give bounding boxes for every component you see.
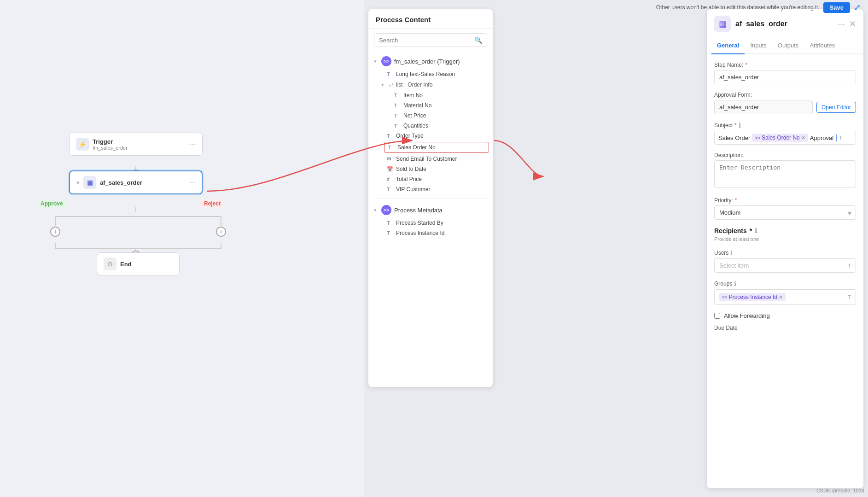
groups-field: Groups ℹ >> Process Instance Id ✕ T xyxy=(714,280,856,305)
type-T-icon: T xyxy=(394,113,401,118)
list-item[interactable]: 📅 Sold to Date xyxy=(368,164,493,174)
list-item[interactable]: T Net Price xyxy=(368,111,493,121)
divider xyxy=(374,198,487,199)
list-item[interactable]: T Long text-Sales Reason xyxy=(368,69,493,79)
allow-forwarding-checkbox[interactable] xyxy=(714,313,720,319)
tag-close-button[interactable]: ✕ xyxy=(801,135,805,141)
subject-info-icon[interactable]: ℹ xyxy=(739,122,741,129)
open-editor-button[interactable]: Open Editor xyxy=(816,102,856,113)
reject-label: Reject xyxy=(200,199,224,208)
right-panel: ▦ af_sales_order ··· ✕ General Inputs Ou… xyxy=(707,9,863,488)
type-email-icon: ✉ xyxy=(387,156,393,162)
search-icon: 🔍 xyxy=(474,36,482,44)
approval-form-field: Approval Form: af_sales_order Open Edito… xyxy=(714,92,856,114)
add-reject-step[interactable]: + xyxy=(216,227,226,237)
canvas-area: ⚡ Trigger fm_sales_order ··· + ▾ ▦ af_sa… xyxy=(0,0,364,497)
item-label: Order Type xyxy=(396,133,424,139)
tag-label: Sales Order No xyxy=(762,134,800,141)
subject-suffix: Approval xyxy=(810,134,833,141)
tab-general[interactable]: General xyxy=(711,37,745,54)
tab-inputs[interactable]: Inputs xyxy=(745,37,772,54)
subject-input-area[interactable]: Sales Order >> Sales Order No ✕ Approval… xyxy=(714,131,856,145)
trigger-node[interactable]: ⚡ Trigger fm_sales_order ··· xyxy=(69,133,203,156)
users-select[interactable]: Select item T xyxy=(714,258,856,273)
item-label: VIP Customer xyxy=(396,186,430,193)
trigger-node-subtitle: fm_sales_order xyxy=(93,145,128,151)
priority-select[interactable]: Low Medium High xyxy=(714,205,856,220)
recipients-subtitle: Provide at least one xyxy=(714,236,856,242)
tag-icon: >> xyxy=(755,135,760,140)
rp-menu-button[interactable]: ··· xyxy=(838,19,845,29)
groups-select[interactable]: >> Process Instance Id ✕ T xyxy=(714,289,856,305)
list-item[interactable]: T Material No xyxy=(368,100,493,111)
add-approve-step[interactable]: + xyxy=(50,227,60,237)
users-placeholder: Select item xyxy=(719,262,749,269)
item-label: Net Price xyxy=(403,112,426,119)
list-item[interactable]: T Process Started By xyxy=(368,218,493,228)
approval-chevron[interactable]: ▾ xyxy=(76,179,80,186)
search-input[interactable] xyxy=(379,37,472,44)
subject-required: * xyxy=(734,122,737,129)
users-label: Users ℹ xyxy=(714,249,856,257)
sales-order-no-item[interactable]: T Sales Order No xyxy=(384,142,489,153)
order-info-group[interactable]: ▾ ⇄ list - Order Info xyxy=(368,79,493,90)
type-T-icon: T xyxy=(387,71,393,77)
step-name-label: Step Name: * xyxy=(714,62,856,68)
subject-cursor: | xyxy=(835,134,837,142)
type-T-icon: T xyxy=(394,123,401,129)
groups-info-icon[interactable]: ℹ xyxy=(734,280,736,287)
priority-required: * xyxy=(735,197,737,204)
end-node[interactable]: ⊙ End xyxy=(97,252,180,275)
item-label: Sold to Date xyxy=(396,166,426,172)
list-item[interactable]: T Order Type xyxy=(368,131,493,141)
process-content-panel: Process Content 🔍 ▾ >> fm_sales_order (T… xyxy=(368,9,493,387)
order-info-label: list - Order Info xyxy=(396,82,432,88)
allow-forwarding-label[interactable]: Allow Forwarding xyxy=(724,312,770,319)
list-item[interactable]: T Item No xyxy=(368,90,493,100)
list-item[interactable]: T Quantities xyxy=(368,121,493,131)
item-label: Long text-Sales Reason xyxy=(396,71,455,77)
item-label: Item No xyxy=(403,92,423,99)
users-info-icon[interactable]: ℹ xyxy=(730,249,733,257)
search-bar[interactable]: 🔍 xyxy=(374,33,487,47)
approval-form-label: Approval Form: xyxy=(714,92,856,98)
type-T-icon: T xyxy=(387,220,393,226)
groups-tag-label: Process Instance Id xyxy=(729,294,777,300)
list-item[interactable]: # Total Price xyxy=(368,174,493,184)
groups-tag-close[interactable]: ✕ xyxy=(779,294,783,300)
approval-node[interactable]: ▾ ▦ af_sales_order ··· xyxy=(69,170,203,194)
trigger-node-menu[interactable]: ··· xyxy=(190,140,196,148)
type-hash-icon: # xyxy=(387,176,393,182)
step-name-input[interactable] xyxy=(714,70,856,84)
approval-node-title: af_sales_order xyxy=(100,179,142,186)
trigger-node-icon: ⚡ xyxy=(76,138,89,151)
rp-tabs: General Inputs Outputs Attributes xyxy=(707,37,863,54)
priority-field: Priority: * Low Medium High xyxy=(714,197,856,220)
subject-field: Subject * ℹ Sales Order >> Sales Order N… xyxy=(714,122,856,145)
list-item[interactable]: T VIP Customer xyxy=(368,184,493,194)
tab-outputs[interactable]: Outputs xyxy=(772,37,804,54)
tab-attributes[interactable]: Attributes xyxy=(804,37,840,54)
order-info-chevron: ▾ xyxy=(381,82,384,88)
recipients-info-icon[interactable]: ℹ xyxy=(755,227,757,234)
expand-icon[interactable]: ⤢ xyxy=(854,2,861,12)
trigger-group: ▾ >> fm_sales_order (Trigger) T Long tex… xyxy=(368,53,493,194)
list-item[interactable]: T Process Instance Id xyxy=(368,228,493,238)
step-name-field: Step Name: * xyxy=(714,62,856,84)
users-field: Users ℹ Select item T xyxy=(714,249,856,273)
rp-title: af_sales_order xyxy=(735,20,833,28)
metadata-group-header[interactable]: ▾ >> Process Metadata xyxy=(368,202,493,218)
trigger-group-header[interactable]: ▾ >> fm_sales_order (Trigger) xyxy=(368,53,493,69)
approval-node-menu[interactable]: ··· xyxy=(189,178,195,187)
save-button[interactable]: Save xyxy=(823,2,850,13)
list-item[interactable]: ✉ Send Email To Customer xyxy=(368,154,493,164)
rp-content: Step Name: * Approval Form: af_sales_ord… xyxy=(707,54,863,488)
item-label: Total Price xyxy=(396,176,422,182)
rp-close-button[interactable]: ✕ xyxy=(849,19,856,29)
description-input[interactable] xyxy=(714,160,856,188)
trigger-chevron: ▾ xyxy=(374,58,377,64)
type-T-icon: T xyxy=(388,145,395,150)
groups-label: Groups ℹ xyxy=(714,280,856,287)
end-node-icon: ⊙ xyxy=(104,257,117,270)
type-icon-T: T xyxy=(848,263,851,269)
